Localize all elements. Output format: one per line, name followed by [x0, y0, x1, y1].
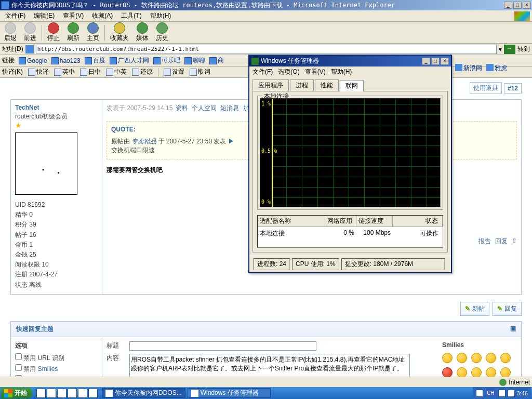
content-label: 内容	[107, 354, 125, 363]
ql-app2-icon[interactable]	[88, 389, 98, 398]
tm-menu-view[interactable]: 查看(V)	[305, 68, 326, 76]
ql-qq-icon[interactable]	[68, 389, 77, 398]
adapter-list: 适配器名称 网络应用 链接速度 状态 本地连接 0 % 100 Mbps 可操作	[257, 215, 443, 248]
tm-menu-options[interactable]: 选项(O)	[278, 68, 299, 76]
address-input[interactable]	[36, 45, 497, 54]
menu-help[interactable]: 帮助(H)	[147, 10, 175, 21]
tm-menu: 文件(F) 选项(O) 查看(V) 帮助(H)	[249, 66, 451, 77]
tm-minimize-button[interactable]: _	[422, 58, 430, 65]
smile-icon[interactable]	[457, 353, 467, 363]
subject-input[interactable]	[129, 341, 316, 351]
menu-favorites[interactable]: 收藏(A)	[89, 10, 116, 21]
smile-icon[interactable]	[442, 353, 453, 363]
link-sina[interactable]: 新浪网	[455, 64, 482, 73]
favorites-button[interactable]: 收藏夹	[108, 22, 131, 43]
tm-menu-help[interactable]: 帮助(H)	[331, 68, 352, 76]
info-link[interactable]: 资料	[176, 104, 188, 112]
report-link[interactable]: 报告	[478, 237, 491, 246]
clock[interactable]: 3:46	[517, 390, 528, 396]
tab-applications[interactable]: 应用程序	[252, 79, 289, 91]
task-manager-window[interactable]: Windows 任务管理器 _ □ × 文件(F) 选项(O) 查看(V) 帮助…	[248, 55, 452, 273]
tab-processes[interactable]: 进程	[290, 79, 314, 91]
tray-icon[interactable]	[508, 390, 515, 397]
linksbar-overflow: 新浪网 雅虎	[455, 64, 507, 73]
reply-button[interactable]: ✎回复	[493, 302, 522, 316]
lang-indicator[interactable]: CH	[485, 390, 496, 396]
menu-view[interactable]: 查看(V)	[60, 10, 87, 21]
pm-link[interactable]: 短消息	[220, 104, 239, 112]
col-state[interactable]: 状态	[393, 216, 443, 227]
link-yahoo[interactable]: 雅虎	[486, 64, 507, 73]
tab-networking[interactable]: 联网	[340, 80, 364, 91]
links-label: 链接	[2, 56, 15, 65]
new-thread-button[interactable]: ✎新帖	[460, 302, 489, 316]
tm-titlebar[interactable]: Windows 任务管理器 _ □ ×	[249, 56, 451, 66]
collapse-icon[interactable]: ▣	[510, 325, 516, 334]
ql-desktop-icon[interactable]	[47, 389, 56, 398]
avatar[interactable]	[15, 132, 77, 195]
smile-icon[interactable]	[457, 367, 467, 378]
link-kele[interactable]: 可乐吧	[153, 56, 180, 65]
taskbar-item-taskmgr[interactable]: Windows 任务管理器	[188, 388, 271, 398]
ql-app-icon[interactable]	[78, 389, 87, 398]
col-speed[interactable]: 链接速度	[356, 216, 393, 227]
link-gxrc[interactable]: 广西人才网	[110, 56, 149, 65]
jp2cn-button[interactable]: 日中	[80, 68, 101, 76]
adapter-row[interactable]: 本地连接 0 % 100 Mbps 可操作	[258, 227, 443, 240]
link-liaoliao[interactable]: 聊聊	[184, 56, 205, 65]
username-link[interactable]: TechNet	[15, 104, 98, 111]
tray-icon[interactable]	[476, 390, 483, 397]
floor-badge[interactable]: #12	[504, 83, 522, 94]
settings-button[interactable]: 设置	[164, 68, 184, 76]
link-baidu[interactable]: 百度	[85, 56, 105, 65]
smile-icon[interactable]	[471, 353, 482, 363]
post-user-panel: TechNet routerclub初级会员 ★ UID 81692 精华 0 …	[11, 100, 102, 294]
smile-icon[interactable]	[486, 367, 496, 378]
space-link[interactable]: 个人空间	[192, 104, 217, 112]
media-button[interactable]: 媒体	[134, 22, 151, 43]
dict-button[interactable]: 取词	[190, 68, 210, 76]
stop-button[interactable]: 停止	[45, 22, 62, 43]
col-adapter[interactable]: 适配器名称	[258, 216, 325, 227]
ql-ie-icon[interactable]	[36, 389, 46, 398]
tm-maximize-button[interactable]: □	[431, 58, 440, 65]
smile-icon[interactable]	[471, 367, 482, 378]
go-button[interactable]: →	[504, 45, 515, 54]
forward-button[interactable]: 前进	[22, 22, 38, 43]
fasttrans-label: 快译(K)	[2, 68, 23, 76]
cn2en-button[interactable]: 中英	[106, 68, 127, 76]
smile-icon[interactable]	[442, 367, 453, 378]
maximize-button[interactable]: □	[513, 2, 522, 9]
smile-icon[interactable]	[500, 367, 511, 378]
link-hao123[interactable]: hao123	[51, 57, 81, 64]
menu-tools[interactable]: 工具(T)	[118, 10, 144, 21]
menu-file[interactable]: 文件(F)	[2, 10, 29, 21]
minimize-button[interactable]: _	[504, 2, 512, 9]
history-button[interactable]: 历史	[154, 22, 170, 43]
quick-button[interactable]: 快译	[28, 68, 49, 76]
menu-edit[interactable]: 编辑(E)	[31, 10, 58, 21]
ql-msn-icon[interactable]	[57, 389, 66, 398]
tm-statusbar: 进程数: 24 CPU 使用: 1% 提交更改: 180M / 2976M	[249, 256, 451, 272]
restore-button[interactable]: 还原	[132, 68, 153, 76]
use-tool-button[interactable]: 使用道具	[470, 82, 502, 94]
col-util[interactable]: 网络应用	[325, 216, 356, 227]
back-button[interactable]: 后退	[2, 22, 19, 43]
reply-link[interactable]: 回复	[495, 237, 508, 246]
tm-menu-file[interactable]: 文件(F)	[252, 68, 273, 76]
home-button[interactable]: 主页	[85, 22, 101, 43]
star-icon: ★	[15, 121, 98, 129]
close-button[interactable]: ×	[523, 2, 531, 9]
start-button[interactable]: 开始	[1, 388, 32, 398]
taskbar-item-ie[interactable]: 你今天你被内网DDOS...	[102, 388, 185, 398]
top-icon[interactable]: ⇧	[512, 237, 517, 246]
link-google[interactable]: Google	[19, 57, 47, 64]
link-shang[interactable]: 商	[209, 56, 224, 65]
en2cn-button[interactable]: 英中	[54, 68, 75, 76]
smile-icon[interactable]	[486, 353, 496, 363]
refresh-button[interactable]: 刷新	[65, 22, 82, 43]
tray-icon[interactable]	[498, 390, 506, 397]
tm-close-button[interactable]: ×	[441, 58, 449, 65]
tab-performance[interactable]: 性能	[315, 79, 339, 91]
smile-icon[interactable]	[500, 353, 511, 363]
